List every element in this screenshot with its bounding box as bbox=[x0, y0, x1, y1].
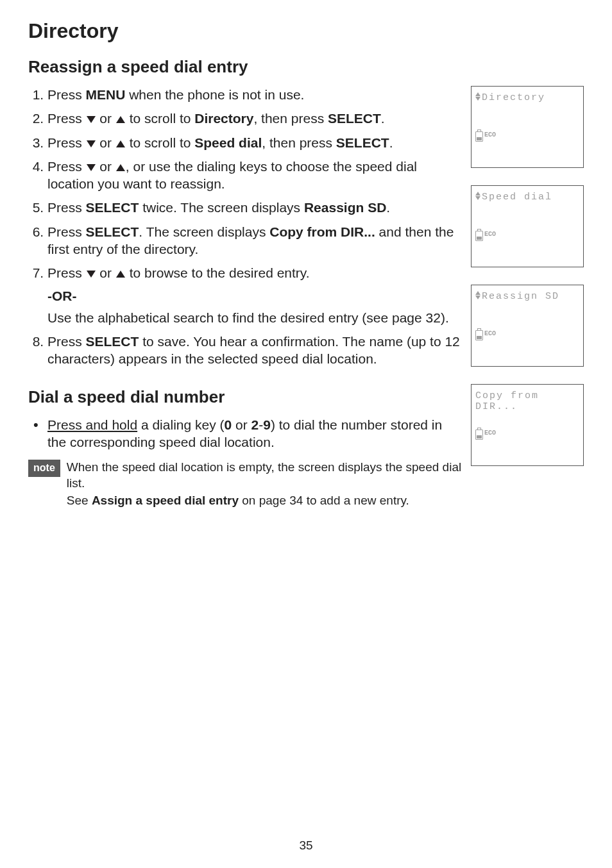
bullet-1-2: 2 bbox=[251, 417, 259, 432]
step-4: Press or , or use the dialing keys to ch… bbox=[47, 158, 463, 193]
eco-label: ECO bbox=[484, 330, 496, 337]
step-2-directory: Directory bbox=[194, 111, 253, 126]
lcd-line-text: Speed dial bbox=[482, 192, 552, 203]
step-3-g: . bbox=[389, 135, 393, 150]
step-8-a: Press bbox=[47, 334, 86, 349]
step-7-b: or bbox=[96, 265, 115, 280]
step-1-text-c: when the phone is not in use. bbox=[125, 87, 304, 102]
step-6-c: . The screen displays bbox=[139, 224, 269, 239]
lcd-screen-directory: Directory ECO bbox=[471, 86, 584, 168]
step-2-b: or bbox=[96, 111, 115, 126]
step-2-g: . bbox=[381, 111, 385, 126]
bullet-list: Press and hold a dialing key (0 or 2-9) … bbox=[28, 416, 463, 451]
main-column: Press MENU when the phone is not in use.… bbox=[28, 86, 463, 510]
step-3-speeddial: Speed dial bbox=[194, 135, 262, 150]
scroll-indicator-icon bbox=[475, 291, 480, 299]
step-3-a: Press bbox=[47, 135, 86, 150]
step-3-c: to scroll to bbox=[126, 135, 194, 150]
bullet-1: Press and hold a dialing key (0 or 2-9) … bbox=[47, 416, 463, 451]
step-4-b: or bbox=[96, 159, 115, 174]
arrow-up-icon bbox=[116, 140, 125, 147]
step-5-e: . bbox=[386, 200, 390, 215]
lcd-screen-copy-from-dir: Copy from DIR... ECO bbox=[471, 384, 584, 466]
battery-icon bbox=[475, 330, 483, 340]
note-line2-b: Assign a speed dial entry bbox=[92, 494, 239, 507]
bullet-1-0: 0 bbox=[225, 417, 232, 432]
arrow-down-icon bbox=[87, 140, 96, 147]
step-2: Press or to scroll to Directory, then pr… bbox=[47, 110, 463, 127]
lcd-screen-speed-dial: Speed dial ECO bbox=[471, 185, 584, 267]
step-2-e: , then press bbox=[253, 111, 328, 126]
note-tag: note bbox=[28, 460, 60, 477]
page-title: Directory bbox=[28, 19, 584, 43]
lcd-line-text: Reassign SD bbox=[482, 291, 559, 302]
step-7-c: to browse to the desired entry. bbox=[126, 265, 310, 280]
note-line2-c: on page 34 to add a new entry. bbox=[239, 494, 409, 507]
step-5-reassign: Reassign SD bbox=[304, 200, 386, 215]
step-3: Press or to scroll to Speed dial, then p… bbox=[47, 134, 463, 151]
step-5: Press SELECT twice. The screen displays … bbox=[47, 199, 463, 216]
step-5-select: SELECT bbox=[86, 200, 139, 215]
arrow-up-icon bbox=[116, 116, 125, 123]
arrow-up-icon bbox=[116, 164, 125, 171]
eco-label: ECO bbox=[484, 131, 496, 138]
or-label: -OR- bbox=[47, 288, 463, 304]
step-3-e: , then press bbox=[262, 135, 336, 150]
step-8-select: SELECT bbox=[86, 334, 139, 349]
side-column: Directory ECO Speed dial ECO bbox=[471, 86, 584, 483]
eco-label: ECO bbox=[484, 231, 496, 238]
bullet-1-9: 9 bbox=[263, 417, 271, 432]
note-line1: When the speed dial location is empty, t… bbox=[67, 460, 463, 491]
step-6-select: SELECT bbox=[86, 224, 139, 239]
section1-heading: Reassign a speed dial entry bbox=[28, 57, 584, 77]
step-3-b: or bbox=[96, 135, 115, 150]
step-2-c: to scroll to bbox=[126, 111, 194, 126]
step-4-a: Press bbox=[47, 159, 86, 174]
arrow-down-icon bbox=[87, 271, 96, 278]
step-3-select: SELECT bbox=[336, 135, 389, 150]
bullet-1-ul: Press and hold bbox=[47, 417, 137, 432]
note-text: When the speed dial location is empty, t… bbox=[67, 460, 463, 510]
bullet-1-b: a dialing key ( bbox=[137, 417, 224, 432]
step-7-a: Press bbox=[47, 265, 86, 280]
step-1-menu: MENU bbox=[86, 87, 126, 102]
bullet-1-d: or bbox=[232, 417, 251, 432]
step-5-a: Press bbox=[47, 200, 86, 215]
page-number: 35 bbox=[0, 839, 612, 853]
battery-icon bbox=[475, 430, 483, 440]
step-6-a: Press bbox=[47, 224, 86, 239]
step-8: Press SELECT to save. You hear a confirm… bbox=[47, 333, 463, 368]
note-row: note When the speed dial location is emp… bbox=[28, 460, 463, 510]
step-1-text-a: Press bbox=[47, 87, 86, 102]
lcd-line-text: Copy from DIR... bbox=[475, 390, 579, 412]
scroll-indicator-icon bbox=[475, 192, 480, 200]
step-6: Press SELECT. The screen displays Copy f… bbox=[47, 223, 463, 258]
section2-heading: Dial a speed dial number bbox=[28, 387, 463, 407]
steps-list-cont: Press SELECT to save. You hear a confirm… bbox=[28, 333, 463, 368]
alt-search-text: Use the alphabetical search to find the … bbox=[47, 309, 463, 326]
note-line2: See Assign a speed dial entry on page 34… bbox=[67, 493, 463, 509]
step-2-select: SELECT bbox=[328, 111, 381, 126]
lcd-screen-reassign-sd: Reassign SD ECO bbox=[471, 285, 584, 367]
arrow-up-icon bbox=[116, 271, 125, 278]
arrow-down-icon bbox=[87, 116, 96, 123]
step-6-copy: Copy from DIR... bbox=[269, 224, 375, 239]
eco-label: ECO bbox=[484, 430, 496, 437]
steps-list: Press MENU when the phone is not in use.… bbox=[28, 86, 463, 282]
step-1: Press MENU when the phone is not in use. bbox=[47, 86, 463, 103]
battery-icon bbox=[475, 131, 483, 142]
arrow-down-icon bbox=[87, 164, 96, 171]
scroll-indicator-icon bbox=[475, 92, 480, 101]
lcd-line-text: Directory bbox=[482, 92, 545, 103]
step-5-c: twice. The screen displays bbox=[139, 200, 304, 215]
note-line2-a: See bbox=[67, 494, 92, 507]
step-7: Press or to browse to the desired entry. bbox=[47, 264, 463, 281]
step-2-a: Press bbox=[47, 111, 86, 126]
battery-icon bbox=[475, 231, 483, 241]
